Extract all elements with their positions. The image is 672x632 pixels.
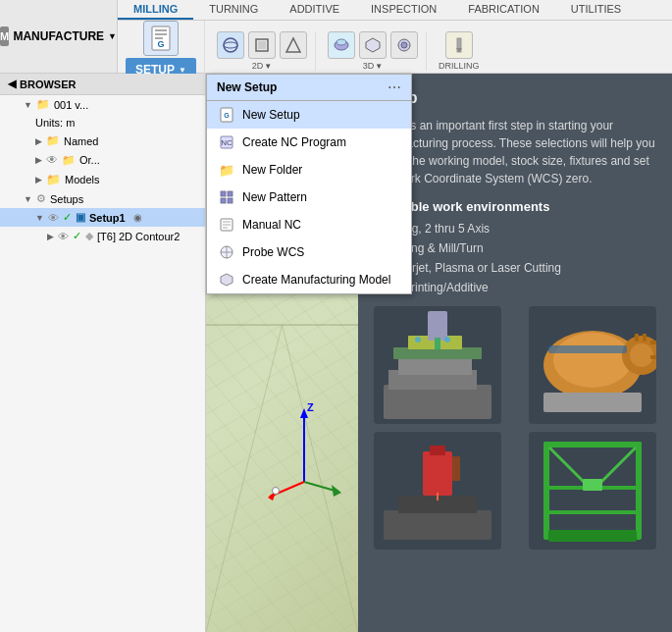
setup1-icon: ▣ (76, 211, 85, 224)
tab-fabrication[interactable]: FABRICATION (452, 0, 555, 20)
setup-list-item-3: - Waterjet, Plasma or Laser Cutting (374, 261, 656, 275)
svg-point-43 (630, 343, 653, 367)
svg-rect-46 (650, 341, 656, 344)
3d-icon-2[interactable] (359, 31, 387, 59)
create-nc-label: Create NC Program (242, 135, 346, 149)
svg-rect-50 (384, 510, 491, 540)
2d-icon-3[interactable] (280, 31, 307, 59)
browser-title: BROWSER (20, 79, 76, 90)
2d-icon-1[interactable] (217, 31, 244, 59)
contour-diamond-icon: ◆ (85, 230, 93, 242)
setup-section: G SETUP ▼ (126, 21, 205, 81)
create-nc-icon: NC (219, 134, 234, 150)
svg-rect-37 (435, 338, 440, 349)
svg-rect-1 (155, 29, 167, 31)
machine-image-laser (374, 432, 501, 550)
svg-rect-44 (635, 334, 639, 342)
dropdown-item-new-setup[interactable]: G New Setup (207, 101, 411, 129)
browser-tree: ▼ 📁 001 v... Units: m ▶ 📁 Named ▶ 👁 📁 Or… (0, 95, 205, 245)
dropdown-item-create-model[interactable]: Create Manufacturing Model (207, 266, 411, 293)
setup-paper-icon[interactable]: G (143, 21, 179, 56)
dropdown-menu: New Setup ⋯ G New Setup NC Create NC Pro… (206, 74, 412, 294)
tab-utilities[interactable]: UTILITIES (555, 0, 637, 20)
dropdown-item-new-folder[interactable]: 📁 New Folder (207, 156, 411, 184)
svg-point-39 (444, 337, 450, 342)
svg-point-13 (401, 42, 407, 48)
dropdown-item-create-nc[interactable]: NC Create NC Program (207, 129, 411, 156)
tabs-and-tools: MILLING TURNING ADDITIVE INSPECTION FABR… (118, 0, 672, 73)
mill-svg (374, 306, 501, 424)
3d-section: 3D ▼ (328, 31, 427, 71)
reference-point (272, 487, 280, 495)
models-label: Models (65, 174, 99, 185)
browser-item-contour[interactable]: ▶ 👁 ✓ ◆ [T6] 2D Contour2 (0, 227, 205, 245)
folder-icon: 📁 (36, 98, 50, 111)
svg-rect-20 (221, 191, 226, 196)
or-sub-icon: 📁 (62, 154, 76, 167)
or-chevron: ▶ (35, 155, 42, 165)
dropdown-header: New Setup ⋯ (207, 75, 411, 101)
svg-line-61 (549, 448, 588, 486)
tab-additive[interactable]: ADDITIVE (274, 0, 355, 20)
svg-rect-63 (548, 530, 637, 542)
named-label: Named (64, 135, 98, 147)
2d-icon-2[interactable] (248, 31, 276, 59)
drilling-icons (445, 31, 473, 59)
new-folder-label: New Folder (242, 163, 302, 177)
setup-list-item-4: - 3D Printing/Additive (374, 281, 656, 294)
browser-item-or[interactable]: ▶ 👁 📁 Or... (0, 150, 205, 170)
setup-panel-title: Setup (374, 89, 656, 107)
dropdown-item-manual-nc[interactable]: Manual NC (207, 211, 411, 238)
svg-rect-53 (430, 446, 445, 455)
setup-list-item-1: - Milling, 2 thru 5 Axis (374, 222, 656, 236)
svg-rect-64 (583, 479, 602, 491)
svg-point-41 (553, 333, 632, 388)
browser-item-setup1[interactable]: ▼ 👁 ✓ ▣ Setup1 ◉ (0, 208, 205, 227)
setup-panel-description: Setup is an important first step in star… (374, 117, 656, 187)
tab-milling[interactable]: MILLING (118, 0, 193, 20)
drilling-label[interactable]: DRILLING (439, 61, 480, 71)
dropdown-item-new-pattern[interactable]: New Pattern (207, 184, 411, 211)
svg-rect-47 (650, 355, 656, 359)
named-folder-icon: 📁 (46, 134, 60, 147)
svg-point-11 (336, 39, 346, 45)
svg-marker-77 (332, 485, 341, 497)
3d-icon-1[interactable] (328, 31, 355, 59)
dropdown-more-icon[interactable]: ⋯ (388, 79, 401, 95)
manufacture-button[interactable]: M MANUFACTURE ▼ (0, 0, 118, 73)
3d-label[interactable]: 3D ▼ (363, 61, 383, 71)
setups-label: Setups (50, 193, 83, 205)
manual-nc-icon (219, 217, 234, 233)
viewport-area: New Setup ⋯ G New Setup NC Create NC Pro… (206, 74, 672, 632)
setup1-vis-icon: 👁 (48, 212, 59, 224)
drilling-icon-1[interactable] (445, 31, 473, 59)
setups-chevron: ▼ (24, 194, 32, 204)
setup-icons: G (143, 21, 179, 56)
browser-item-setups[interactable]: ▼ ⚙ Setups (0, 189, 205, 208)
or-icon: 👁 (46, 153, 58, 167)
setup1-cam-icon: ◉ (133, 212, 142, 223)
new-pattern-label: New Pattern (242, 190, 307, 204)
tab-turning[interactable]: TURNING (193, 0, 274, 20)
machine-image-mill (374, 306, 501, 424)
dropdown-item-probe-wcs[interactable]: Probe WCS (207, 238, 411, 266)
svg-text:NC: NC (221, 138, 233, 147)
browser-item-named[interactable]: ▶ 📁 Named (0, 132, 205, 150)
browser-toggle-icon[interactable]: ◀ (8, 78, 16, 90)
browser-item-root[interactable]: ▼ 📁 001 v... (0, 95, 205, 114)
browser-item-units[interactable]: Units: m (0, 114, 205, 132)
manual-nc-label: Manual NC (242, 218, 301, 232)
svg-text:Z: Z (307, 403, 314, 413)
tab-bar: MILLING TURNING ADDITIVE INSPECTION FABR… (118, 0, 672, 21)
svg-rect-55 (452, 456, 460, 481)
3d-icon-3[interactable] (390, 31, 418, 59)
new-folder-icon: 📁 (219, 162, 234, 178)
svg-text:G: G (224, 112, 230, 119)
browser-item-models[interactable]: ▶ 📁 Models (0, 170, 205, 189)
machine-images (374, 306, 656, 550)
laser-svg (374, 432, 501, 550)
2d-label[interactable]: 2D ▼ (252, 61, 272, 71)
contour-vis-icon: 👁 (58, 231, 69, 242)
2d-section: 2D ▼ (217, 31, 316, 71)
tab-inspection[interactable]: INSPECTION (355, 0, 452, 20)
